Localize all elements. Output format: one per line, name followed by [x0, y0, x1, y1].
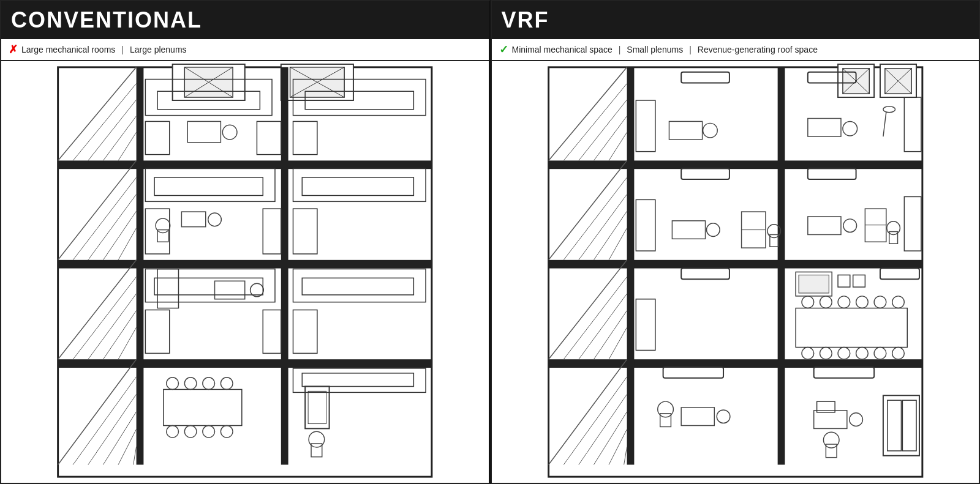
conventional-building-svg — [1, 61, 489, 483]
vrf-subtitle-text: Minimal mechanical space — [512, 45, 612, 54]
vrf-building-svg — [492, 61, 979, 483]
svg-rect-13 — [281, 67, 288, 465]
pipe2: | — [619, 45, 621, 54]
conventional-subtitle-extra: Large plenums — [130, 45, 187, 54]
svg-rect-12 — [137, 67, 144, 465]
vrf-title: VRF — [502, 7, 549, 33]
pipe1: | — [121, 45, 124, 54]
svg-rect-93 — [777, 67, 785, 465]
svg-rect-0 — [58, 67, 432, 477]
conventional-panel: CONVENTIONAL ✗ Large mechanical rooms | … — [0, 0, 491, 484]
svg-rect-11 — [58, 359, 432, 368]
svg-rect-138 — [799, 275, 829, 293]
svg-rect-10 — [58, 260, 432, 269]
x-icon: ✗ — [9, 43, 18, 56]
check-icon: ✓ — [499, 43, 508, 56]
vrf-panel: VRF ✓ Minimal mechanical space | Small p… — [491, 0, 981, 484]
pipe3: | — [689, 45, 692, 54]
vrf-subtitle-extra1: Small plenums — [627, 45, 683, 54]
svg-rect-92 — [627, 67, 634, 465]
conventional-title: CONVENTIONAL — [11, 7, 202, 33]
vrf-subtitle-extra2: Revenue-generating roof space — [698, 45, 818, 54]
conventional-building — [1, 61, 489, 483]
conventional-header: CONVENTIONAL — [1, 1, 489, 39]
svg-rect-89 — [548, 160, 922, 169]
svg-rect-90 — [548, 260, 922, 269]
vrf-subtitle: ✓ Minimal mechanical space | Small plenu… — [492, 39, 979, 61]
svg-rect-91 — [548, 359, 922, 368]
svg-rect-9 — [58, 160, 432, 169]
conventional-subtitle: ✗ Large mechanical rooms | Large plenums — [1, 39, 489, 61]
vrf-building — [492, 61, 979, 483]
conventional-subtitle-text: Large mechanical rooms — [21, 45, 115, 54]
svg-rect-80 — [548, 67, 922, 477]
vrf-header: VRF — [492, 1, 979, 39]
